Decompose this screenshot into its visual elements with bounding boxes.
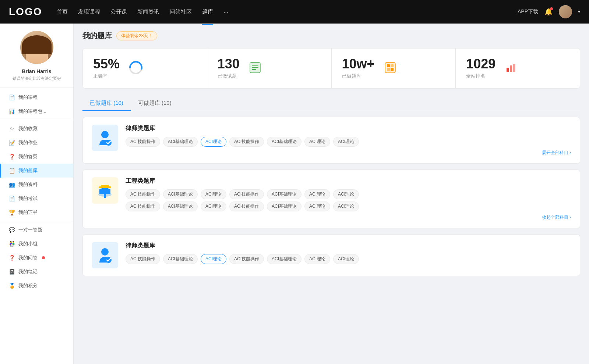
tag-active[interactable]: ACI理论	[201, 254, 226, 264]
stat-accuracy-body: 55% 正确率	[93, 57, 120, 79]
tag[interactable]: ACI技能操作	[229, 137, 264, 147]
list-icon	[248, 61, 262, 76]
sidebar-item-notes[interactable]: 📓 我的笔记	[0, 265, 73, 279]
sidebar-item-label: 我的答疑	[18, 153, 38, 160]
stat-rank: 1029 全站排名	[456, 49, 580, 88]
sidebar-item-group[interactable]: 👫 我的小组	[0, 237, 73, 251]
sidebar-item-bank[interactable]: 📋 我的题库	[0, 164, 73, 178]
nav-discover[interactable]: 发现课程	[78, 7, 100, 17]
stats-row: 55% 正确率 130 已做试题	[82, 48, 580, 89]
tag[interactable]: ACI理论	[304, 189, 330, 199]
tag[interactable]: ACI理论	[201, 189, 226, 199]
tag[interactable]: ACI技能操作	[229, 201, 264, 211]
nav-qa[interactable]: 问答社区	[170, 7, 192, 17]
expand-link-1[interactable]: 展开全部科目 ›	[126, 150, 571, 156]
notification-bell[interactable]: 🔔	[544, 7, 553, 16]
sidebar-item-course-pack[interactable]: 📊 我的课程包...	[0, 104, 73, 118]
pie-chart-icon	[128, 60, 143, 76]
sidebar: Brian Harris 错误的决定比没有决定要好 📄 我的课程 📊 我的课程包…	[0, 24, 74, 364]
app-download-button[interactable]: APP下载	[518, 8, 538, 15]
tag[interactable]: ACI技能操作	[126, 189, 160, 199]
nav-public[interactable]: 公开课	[110, 7, 127, 17]
sidebar-item-favorites[interactable]: ☆ 我的收藏	[0, 122, 73, 136]
tag[interactable]: ACI理论	[304, 137, 330, 147]
points-icon: 🏅	[9, 283, 15, 289]
svg-point-23	[101, 248, 109, 256]
menu-divider-2	[0, 221, 73, 221]
tag[interactable]: ACI理论	[333, 189, 359, 199]
bank-name-1: 律师类题库	[126, 125, 571, 132]
exam-icon: 📄	[9, 196, 15, 201]
navbar: LOGO 首页 发现课程 公开课 新闻资讯 问答社区 题库 ··· APP下载 …	[0, 0, 589, 24]
course-pack-icon: 📊	[9, 108, 15, 114]
tag-active[interactable]: ACI理论	[201, 137, 226, 147]
material-icon: 👥	[9, 182, 15, 188]
nav-bank[interactable]: 题库	[202, 7, 213, 17]
tag[interactable]: ACI技能操作	[229, 254, 264, 264]
user-dropdown-arrow[interactable]: ▾	[578, 9, 580, 14]
sidebar-item-qa[interactable]: ❓ 我的答疑	[0, 150, 73, 164]
tag[interactable]: ACI基础理论	[163, 254, 198, 264]
sidebar-item-label: 我的收藏	[18, 125, 38, 132]
sidebar-item-cert[interactable]: 🏆 我的证书	[0, 206, 73, 220]
homework-icon: 📝	[9, 140, 15, 146]
svg-rect-8	[385, 63, 395, 73]
lawyer-icon	[92, 125, 118, 151]
bank-tags-2-row2: ACI技能操作 ACI基础理论 ACI理论 ACI技能操作 ACI基础理论 AC…	[126, 201, 571, 211]
bank-card-engineer: 工程类题库 ACI技能操作 ACI基础理论 ACI理论 ACI技能操作 ACI基…	[82, 169, 580, 228]
tag[interactable]: ACI理论	[333, 137, 359, 147]
bar-chart-icon	[504, 61, 518, 76]
navbar-right: APP下载 🔔 ▾	[518, 5, 580, 18]
tag[interactable]: ACI技能操作	[126, 254, 160, 264]
notes-icon: 📓	[9, 269, 15, 275]
sidebar-item-questions[interactable]: ❓ 我的问答	[0, 251, 73, 265]
svg-rect-10	[387, 64, 390, 67]
svg-rect-14	[507, 68, 509, 72]
sidebar-item-course[interactable]: 📄 我的课程	[0, 90, 73, 104]
nav-home[interactable]: 首页	[57, 7, 68, 17]
tag[interactable]: ACI基础理论	[267, 137, 301, 147]
tag[interactable]: ACI基础理论	[267, 189, 301, 199]
sidebar-item-exam[interactable]: 📄 我的考试	[0, 192, 73, 206]
sidebar-item-1on1[interactable]: 💬 一对一答疑	[0, 223, 73, 237]
tag[interactable]: ACI技能操作	[229, 189, 264, 199]
tab-todo[interactable]: 可做题库 (10)	[131, 96, 179, 111]
main-content: 我的题库 体验剩余23天！ 55% 正确率	[74, 24, 589, 364]
sidebar-item-material[interactable]: 👥 我的资料	[0, 178, 73, 192]
sidebar-item-label: 我的题库	[18, 167, 38, 174]
tag[interactable]: ACI理论	[201, 201, 226, 211]
tag[interactable]: ACI理论	[304, 201, 330, 211]
tag[interactable]: ACI理论	[333, 254, 359, 264]
bank-name-3: 律师类题库	[126, 242, 571, 250]
stat-rank-value: 1029	[466, 57, 495, 71]
svg-rect-21	[99, 186, 111, 188]
tag[interactable]: ACI理论	[333, 201, 359, 211]
tag[interactable]: ACI基础理论	[267, 254, 301, 264]
tag[interactable]: ACI基础理论	[163, 201, 198, 211]
bank-card-lawyer-2: 律师类题库 ACI技能操作 ACI基础理论 ACI理论 ACI技能操作 ACI基…	[82, 234, 580, 276]
tag[interactable]: ACI基础理论	[267, 201, 301, 211]
svg-rect-11	[391, 64, 394, 67]
tag[interactable]: ACI基础理论	[163, 137, 198, 147]
sidebar-item-homework[interactable]: 📝 我的作业	[0, 136, 73, 150]
sidebar-item-label: 我的考试	[18, 195, 38, 202]
stat-done-banks-label: 已做题库	[342, 73, 375, 79]
stat-done-questions-value: 130	[218, 57, 240, 71]
user-avatar-nav[interactable]	[559, 5, 572, 18]
tag[interactable]: ACI技能操作	[126, 137, 160, 147]
nav-more[interactable]: ···	[223, 7, 228, 17]
bank-card-lawyer-1: 律师类题库 ACI技能操作 ACI基础理论 ACI理论 ACI技能操作 ACI基…	[82, 117, 580, 164]
collapse-link-2[interactable]: 收起全部科目 ›	[126, 214, 571, 221]
bank-card-body-1: 律师类题库 ACI技能操作 ACI基础理论 ACI理论 ACI技能操作 ACI基…	[126, 125, 571, 156]
tabs-row: 已做题库 (10) 可做题库 (10)	[82, 96, 580, 111]
tag[interactable]: ACI理论	[304, 254, 330, 264]
main-layout: Brian Harris 错误的决定比没有决定要好 📄 我的课程 📊 我的课程包…	[0, 24, 589, 364]
tab-done[interactable]: 已做题库 (10)	[82, 96, 131, 111]
sidebar-item-points[interactable]: 🏅 我的积分	[0, 279, 73, 293]
tag[interactable]: ACI基础理论	[163, 189, 198, 199]
nav-news[interactable]: 新闻资讯	[137, 7, 159, 17]
stat-done-questions-body: 130 已做试题	[218, 57, 240, 79]
stat-done-banks-value: 10w+	[342, 57, 375, 71]
bank-name-2: 工程类题库	[126, 177, 571, 185]
tag[interactable]: ACI技能操作	[126, 201, 160, 211]
